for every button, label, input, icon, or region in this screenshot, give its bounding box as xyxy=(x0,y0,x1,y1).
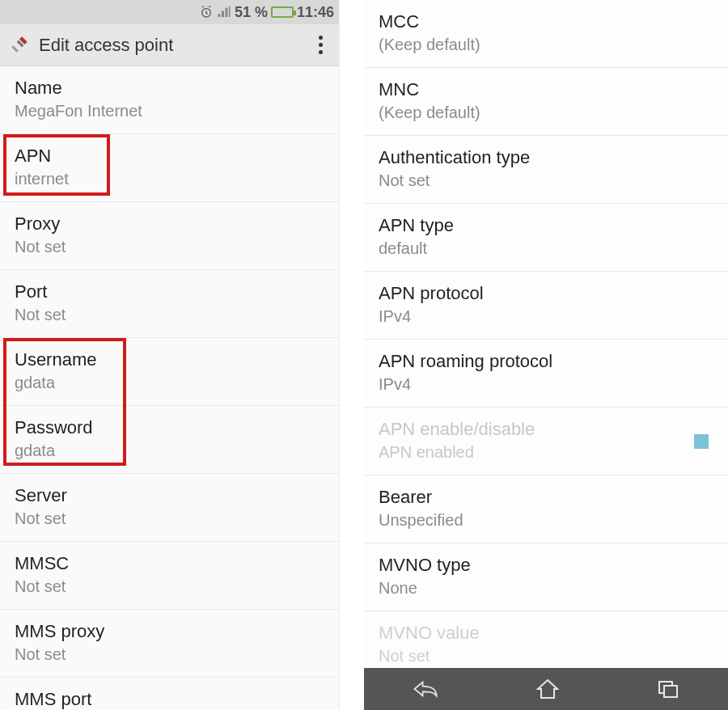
home-button[interactable] xyxy=(535,678,560,700)
setting-value: Not set xyxy=(15,238,324,256)
setting-label: Proxy xyxy=(15,213,324,235)
setting-row-auth-type[interactable]: Authentication type Not set xyxy=(364,136,728,204)
setting-row-apn-type[interactable]: APN type default xyxy=(364,204,728,272)
setting-label: Name xyxy=(15,78,324,99)
setting-row-username[interactable]: Username gdata xyxy=(0,338,339,406)
setting-row-port[interactable]: Port Not set xyxy=(0,270,339,338)
setting-label: MCC xyxy=(379,11,713,32)
setting-row-mvno-type[interactable]: MVNO type None xyxy=(364,543,728,611)
action-bar: Edit access point xyxy=(0,24,339,66)
setting-label: Password xyxy=(15,417,324,438)
setting-row-apn-enable: APN enable/disable APN enabled xyxy=(364,408,728,475)
setting-value: IPv4 xyxy=(379,307,713,326)
setting-row-apn-protocol[interactable]: APN protocol IPv4 xyxy=(364,272,728,340)
svg-rect-2 xyxy=(664,686,677,697)
setting-value: (Keep default) xyxy=(379,104,713,122)
setting-label: Username xyxy=(15,349,324,370)
settings-list-left: Name MegaFon Internet APN internet Proxy… xyxy=(0,66,339,710)
checkbox-icon xyxy=(694,434,709,449)
setting-row-server[interactable]: Server Not set xyxy=(0,474,339,542)
setting-label: Authentication type xyxy=(379,147,713,168)
navigation-bar xyxy=(364,668,728,710)
setting-value: (Keep default) xyxy=(379,36,713,54)
setting-value: gdata xyxy=(15,442,324,460)
setting-value: Not set xyxy=(379,647,713,666)
setting-label: APN protocol xyxy=(379,283,713,304)
setting-label: MVNO type xyxy=(379,555,713,576)
setting-label: MMS port xyxy=(15,689,324,710)
recent-apps-button[interactable] xyxy=(656,678,680,699)
setting-label: Bearer xyxy=(379,487,713,508)
phone-screenshot-right: MCC (Keep default) MNC (Keep default) Au… xyxy=(364,0,728,710)
setting-label: APN xyxy=(15,146,324,167)
setting-value: internet xyxy=(15,170,324,188)
setting-row-bearer[interactable]: Bearer Unspecified xyxy=(364,475,728,543)
setting-row-mmsc[interactable]: MMSC Not set xyxy=(0,542,339,610)
setting-value: default xyxy=(379,239,713,258)
setting-label: APN roaming protocol xyxy=(379,351,713,372)
setting-label: MVNO value xyxy=(379,623,713,644)
setting-value: APN enabled xyxy=(379,443,713,462)
settings-list-right: MCC (Keep default) MNC (Keep default) Au… xyxy=(364,0,728,668)
setting-label: MMS proxy xyxy=(15,621,324,642)
setting-value: Not set xyxy=(15,509,324,528)
setting-value: Not set xyxy=(15,306,324,324)
clock-time: 11:46 xyxy=(297,4,334,21)
setting-value: Not set xyxy=(15,645,324,664)
setting-row-mvno-value: MVNO value Not set xyxy=(364,611,728,668)
tools-icon xyxy=(10,33,31,57)
setting-row-mnc[interactable]: MNC (Keep default) xyxy=(364,68,728,136)
overflow-menu-button[interactable] xyxy=(312,29,329,61)
setting-label: Server xyxy=(15,485,324,506)
setting-row-mms-port[interactable]: MMS port Not set xyxy=(0,678,339,710)
signal-icon xyxy=(217,5,231,19)
battery-percent: 51 % xyxy=(235,4,268,21)
alarm-icon xyxy=(199,5,214,19)
battery-icon xyxy=(271,6,294,18)
setting-row-mcc[interactable]: MCC (Keep default) xyxy=(364,0,728,68)
setting-value: IPv4 xyxy=(379,375,713,394)
setting-row-apn-roaming-protocol[interactable]: APN roaming protocol IPv4 xyxy=(364,340,728,408)
back-button[interactable] xyxy=(412,678,439,699)
setting-value: Not set xyxy=(379,171,713,190)
setting-row-password[interactable]: Password gdata xyxy=(0,406,339,474)
phone-screenshot-left: 51 % 11:46 Edit access point Name MegaFo… xyxy=(0,0,340,710)
setting-row-mms-proxy[interactable]: MMS proxy Not set xyxy=(0,610,339,678)
setting-label: APN enable/disable xyxy=(379,419,713,440)
setting-row-name[interactable]: Name MegaFon Internet xyxy=(0,66,339,134)
setting-row-apn[interactable]: APN internet xyxy=(0,134,339,202)
status-bar: 51 % 11:46 xyxy=(0,0,339,24)
setting-value: Not set xyxy=(15,577,324,596)
page-title: Edit access point xyxy=(39,35,312,56)
setting-value: gdata xyxy=(15,374,324,392)
setting-value: None xyxy=(379,579,713,598)
setting-label: APN type xyxy=(379,215,713,236)
setting-value: Unspecified xyxy=(379,511,713,530)
setting-label: Port xyxy=(15,281,324,302)
setting-value: MegaFon Internet xyxy=(15,102,324,120)
setting-label: MNC xyxy=(379,79,713,100)
setting-row-proxy[interactable]: Proxy Not set xyxy=(0,202,339,270)
setting-label: MMSC xyxy=(15,553,324,574)
